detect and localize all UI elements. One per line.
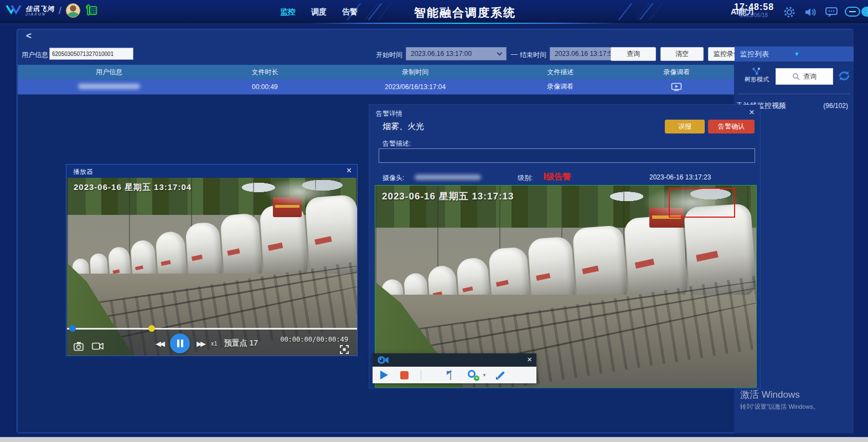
video-timestamp-overlay: 2023-06-16 星期五 13:17:04: [74, 182, 192, 193]
smoke-plume: [264, 178, 334, 206]
brand-logo: 佳讯飞鸿 JIAXUN /: [6, 3, 98, 18]
start-time-picker[interactable]: 2023.06.16 13:17:00: [406, 47, 507, 60]
webcam-add-badge: +: [474, 376, 479, 381]
player-close-icon[interactable]: ×: [347, 166, 352, 176]
player-left-tools: [74, 341, 104, 351]
clock-time: 17:48:58: [734, 2, 774, 12]
brand-separator: /: [59, 5, 61, 17]
redacted-camera-name: [415, 174, 481, 180]
tree-mode-icon: [751, 67, 762, 75]
clamp-tool-icon[interactable]: [447, 370, 454, 380]
progress-bar[interactable]: [67, 328, 357, 330]
recordings-table: 用户信息 文件时长 录制时间 文件描述 录像调看 00:00:49 2023/0…: [18, 65, 734, 95]
webcam-select-icon[interactable]: +: [468, 369, 479, 381]
alert-timestamp: 2023-06-16 13:17:23: [649, 173, 711, 181]
pause-button[interactable]: [170, 333, 190, 353]
clamp-flag: [447, 371, 452, 375]
player-title: 播放器: [73, 167, 93, 177]
brand-name-en: JIAXUN: [25, 12, 54, 16]
marker-handle[interactable]: [148, 325, 155, 332]
watermark-line1: 激活 Windows: [740, 388, 819, 401]
snapshot-icon[interactable]: [74, 341, 84, 351]
preset-point-label[interactable]: 预置点 17: [224, 338, 258, 348]
fullscreen-icon[interactable]: [339, 345, 349, 354]
edit-pencil-icon[interactable]: [495, 369, 507, 381]
message-icon[interactable]: [825, 6, 838, 18]
camera-count-badge: (96/102): [823, 102, 848, 110]
end-time-label: 结束时间: [520, 50, 546, 60]
rewind-icon[interactable]: ◀◀: [156, 340, 163, 348]
clear-button[interactable]: 清空: [660, 47, 704, 61]
user-info-label: 用户信息: [22, 50, 48, 60]
video-timestamp-overlay: 2023-06-16 星期五 13:17:13: [382, 190, 514, 203]
query-button[interactable]: 查询: [611, 47, 656, 61]
phone-icon[interactable]: [84, 4, 98, 17]
alert-close-icon[interactable]: ×: [749, 107, 755, 118]
cell-description: 录像调看: [501, 82, 619, 91]
alert-description-input[interactable]: [379, 148, 755, 163]
cell-record-time: 2023/06/16/13:17:04: [329, 83, 502, 91]
cell-view: [619, 83, 734, 91]
clock: 17:48:58 2023/06/18: [734, 2, 774, 19]
player-video-frame: 2023-06-16 星期五 13:17:04: [67, 178, 357, 356]
minimize-icon: [849, 11, 856, 12]
record-toolbar-titlebar[interactable]: ×: [373, 353, 536, 367]
record-toolbar-body: + ▼: [373, 367, 536, 383]
camera-label: 摄像头:: [383, 173, 404, 183]
table-row[interactable]: 00:00:49 2023/06/16/13:17:04 录像调看: [18, 79, 734, 95]
cell-user: [18, 83, 200, 91]
play-recording-icon[interactable]: [671, 83, 682, 91]
player-titlebar[interactable]: 播放器 ×: [66, 165, 357, 178]
alarm-confirm-button[interactable]: 告警确认: [708, 120, 755, 133]
level-label: 级别:: [518, 173, 533, 183]
start-time-label: 开始时间: [376, 50, 402, 60]
monitor-list-title: 监控列表: [740, 49, 794, 59]
settings-gear-icon[interactable]: [783, 6, 796, 18]
monitor-search-label: 查询: [803, 72, 817, 81]
user-info-input[interactable]: [49, 48, 133, 60]
toolbar-close-icon[interactable]: ×: [527, 354, 532, 364]
monitor-list-header[interactable]: 监控列表 ▼: [735, 47, 854, 61]
close-window-button[interactable]: ×: [861, 7, 868, 17]
main-panel: < 用户信息 开始时间 2023.06.16 13:17:00 — 结束时间 2…: [17, 29, 854, 433]
table-header-row: 用户信息 文件时长 录制时间 文件描述 录像调看: [18, 65, 734, 79]
tree-mode-button[interactable]: 树形模式: [742, 67, 771, 84]
watermark-line2: 转到“设置”以激活 Windows。: [740, 403, 819, 411]
clock-date: 2023/06/18: [734, 12, 774, 19]
webcam-dropdown-arrow[interactable]: ▼: [482, 373, 487, 378]
record-toolbar: × + ▼: [373, 353, 536, 383]
record-video-icon[interactable]: [92, 342, 104, 351]
false-alarm-button[interactable]: 误报: [665, 120, 705, 133]
back-arrow[interactable]: <: [26, 30, 32, 42]
refresh-icon[interactable]: [838, 69, 851, 83]
logo-icon: [6, 4, 22, 17]
fast-forward-icon[interactable]: ▶▶: [197, 340, 204, 348]
player-transport: ◀◀ ▶▶ x1 预置点 17: [156, 333, 258, 353]
brand-text: 佳讯飞鸿 JIAXUN: [25, 6, 54, 16]
col-header-view: 录像调看: [619, 68, 734, 77]
user-avatar[interactable]: [66, 3, 80, 18]
playback-speed[interactable]: x1: [211, 340, 218, 347]
nav-tab-monitor[interactable]: 监控: [280, 7, 296, 17]
redacted-text: [78, 84, 140, 89]
app-root: 佳讯飞鸿 JIAXUN / 监控 调度 告警 智能融合调度系统 AI能力 17:…: [0, 0, 868, 442]
monitor-search-button[interactable]: 查询: [776, 68, 833, 85]
pencil-tip: [496, 377, 499, 379]
divider: [738, 94, 850, 94]
playhead-handle[interactable]: [69, 325, 76, 332]
alert-description-label: 告警描述:: [383, 139, 411, 148]
camera-icon: [377, 356, 389, 364]
play-icon[interactable]: [380, 371, 388, 379]
search-icon: [792, 73, 800, 80]
alert-type-text: 烟雾、火光: [383, 121, 424, 132]
tree-mode-label: 树形模式: [742, 75, 771, 84]
alert-window-title: 告警详情: [376, 109, 402, 119]
pause-bar: [177, 340, 179, 347]
stop-icon[interactable]: [400, 371, 409, 379]
cell-duration: 00:00:49: [200, 83, 329, 91]
divider: [421, 370, 421, 380]
chevron-down-icon: [497, 50, 503, 55]
pause-bar: [181, 340, 183, 347]
minimize-button[interactable]: [845, 7, 860, 17]
speaker-icon[interactable]: [804, 6, 817, 18]
